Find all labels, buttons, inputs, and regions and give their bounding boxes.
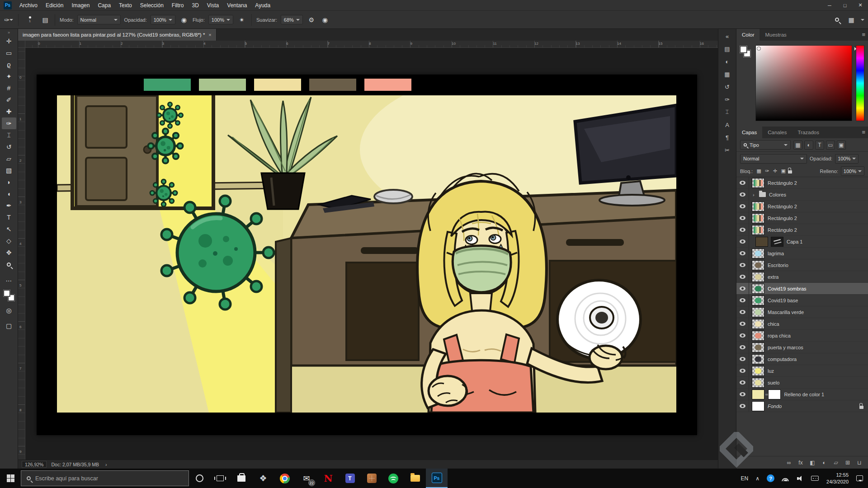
filter-type-layers-icon[interactable]: T	[815, 141, 824, 150]
task-view-button[interactable]	[210, 469, 231, 488]
layer-relleno-de-color-1[interactable]: ∞Relleno de color 1	[736, 389, 868, 400]
airbrush-icon[interactable]: ✴	[237, 14, 247, 25]
cortana-button[interactable]	[189, 469, 210, 488]
layer-computadora[interactable]: computadora	[736, 353, 868, 365]
layer-visibility-toggle[interactable]	[740, 251, 745, 255]
tab-muestras[interactable]: Muestras	[760, 29, 792, 41]
lock-all-icon[interactable]	[788, 170, 792, 174]
layer-style-icon[interactable]: fx	[796, 458, 806, 467]
brush-settings-icon[interactable]: ✑	[721, 94, 734, 105]
taskbar-app-explorer[interactable]	[404, 469, 426, 488]
layer-visibility-toggle[interactable]	[740, 216, 745, 220]
menu-archivo[interactable]: Archivo	[15, 0, 42, 11]
link-layers-icon[interactable]: ∞	[784, 458, 794, 467]
opacity-select[interactable]: 100%	[151, 15, 175, 24]
layer-covid19-base[interactable]: Covid19 base	[736, 295, 868, 306]
panel-menu-icon[interactable]: ≡	[862, 31, 865, 38]
menu-ayuda[interactable]: Ayuda	[251, 0, 274, 11]
crop-tool[interactable]: #	[2, 82, 16, 94]
move-tool[interactable]: ✛	[2, 35, 16, 47]
layer-capa-1[interactable]: Capa 1	[736, 236, 868, 248]
path-selection-tool[interactable]: ↖	[2, 223, 16, 235]
layer-visibility-toggle[interactable]	[740, 192, 745, 197]
layer-visibility-toggle[interactable]	[740, 310, 745, 314]
action-center-button[interactable]	[853, 469, 866, 488]
layer-mask-thumbnail[interactable]	[768, 389, 781, 399]
layer-visibility-toggle[interactable]	[740, 404, 745, 408]
layer-fondo[interactable]: Fondo	[736, 400, 868, 412]
layer-fill-field[interactable]: 100%	[841, 166, 864, 176]
filter-pixel-layers-icon[interactable]: ▦	[793, 141, 802, 150]
adjustment-layer-icon[interactable]: ◐	[819, 458, 829, 467]
layer-visibility-toggle[interactable]	[740, 228, 745, 232]
layer-thumbnail[interactable]	[752, 284, 764, 294]
history-brush-tool[interactable]: ↺	[2, 141, 16, 153]
pressure-opacity-icon[interactable]: ◉	[179, 14, 189, 25]
layer-rectangulo-2[interactable]: Rectángulo 2	[736, 224, 868, 236]
foreground-color-swatch[interactable]	[740, 46, 747, 53]
layer-thumbnail[interactable]	[752, 296, 764, 305]
layer-visibility-toggle[interactable]	[740, 380, 745, 385]
delete-layer-icon[interactable]: ⊔	[854, 458, 864, 467]
layer-rectangulo-2[interactable]: Rectángulo 2	[736, 201, 868, 212]
brush-preset-picker[interactable]: 1	[23, 13, 37, 27]
layer-visibility-toggle[interactable]	[740, 345, 745, 349]
color-fg-bg-swatches[interactable]	[740, 45, 752, 121]
lock-transparency-icon[interactable]: ▦	[755, 168, 762, 174]
quick-mask-mode-icon[interactable]: ◎	[2, 305, 16, 316]
new-group-icon[interactable]: ▱	[831, 458, 841, 467]
taskbar-app-chrome[interactable]	[274, 469, 296, 488]
dodge-tool[interactable]: ◖	[2, 188, 16, 200]
layer-visibility-toggle[interactable]	[740, 181, 745, 185]
layer-blend-mode-select[interactable]: Normal	[740, 154, 807, 164]
layer-thumbnail[interactable]	[752, 343, 764, 352]
libraries-icon[interactable]: ▦	[721, 69, 734, 80]
brush-settings-toggle-icon[interactable]: ▤	[40, 14, 50, 25]
layer-ropa-chica[interactable]: ropa chica	[736, 330, 868, 342]
hue-slider[interactable]	[856, 45, 864, 121]
layer-thumbnail[interactable]	[752, 366, 764, 376]
layer-rectangulo-2[interactable]: Rectángulo 2	[736, 177, 868, 189]
gradient-tool[interactable]: ▧	[2, 164, 16, 176]
filter-shape-layers-icon[interactable]: ▭	[826, 141, 835, 150]
menu-ventana[interactable]: Ventana	[223, 0, 251, 11]
taskbar-app-mail[interactable]: ✉22	[296, 469, 317, 488]
layer-thumbnail[interactable]	[752, 225, 764, 235]
active-tool-icon[interactable]: ✑	[4, 14, 14, 25]
smoothing-gear-icon[interactable]: ⚙	[307, 14, 316, 25]
layer-visibility-toggle[interactable]	[740, 357, 745, 361]
layer-lagrima[interactable]: lagrima	[736, 248, 868, 259]
taskbar-app-dropbox[interactable]: ❖	[252, 469, 274, 488]
menu-capa[interactable]: Capa	[94, 0, 115, 11]
foreground-color-swatch[interactable]	[4, 290, 10, 296]
document-tab[interactable]: imagen para faeoon lista para pintar.psd…	[18, 29, 217, 41]
filter-smart-objects-icon[interactable]: ▣	[837, 141, 846, 150]
layer-thumbnail[interactable]	[752, 307, 764, 317]
flow-select[interactable]: 100%	[208, 15, 233, 24]
volume-button[interactable]	[794, 469, 807, 488]
fill-color-thumbnail[interactable]	[752, 389, 764, 399]
layer-opacity-field[interactable]: 100%	[835, 154, 859, 164]
menu-imagen[interactable]: Imagen	[67, 0, 94, 11]
eyedropper-tool[interactable]: ✐	[2, 94, 16, 106]
layer-thumbnail[interactable]	[752, 178, 764, 188]
lasso-tool[interactable]: ϱ	[2, 59, 16, 70]
rectangle-shape-tool[interactable]: ◇	[2, 235, 16, 247]
menu-vista[interactable]: Vista	[203, 0, 223, 11]
blend-mode-select[interactable]: Normal	[77, 15, 121, 24]
layer-thumbnail[interactable]	[752, 272, 764, 282]
layer-chica[interactable]: chica	[736, 318, 868, 330]
layer-puerta-y-marcos[interactable]: puerta y marcos	[736, 342, 868, 353]
taskbar-app-teams[interactable]: T	[339, 469, 361, 488]
layer-thumbnail[interactable]	[752, 331, 764, 341]
collapse-tools-icon[interactable]: »	[8, 30, 10, 35]
layer-extra[interactable]: extra	[736, 271, 868, 283]
layer-visibility-toggle[interactable]	[740, 263, 745, 267]
wifi-button[interactable]	[778, 469, 793, 488]
layer-thumbnail[interactable]	[752, 249, 764, 258]
color-picker-cursor[interactable]	[757, 47, 761, 51]
layer-visibility-toggle[interactable]	[740, 322, 745, 326]
panel-menu-icon[interactable]: ≡	[862, 129, 865, 136]
expand-panels-icon[interactable]: «	[721, 31, 734, 42]
layer-visibility-toggle[interactable]	[740, 298, 745, 302]
